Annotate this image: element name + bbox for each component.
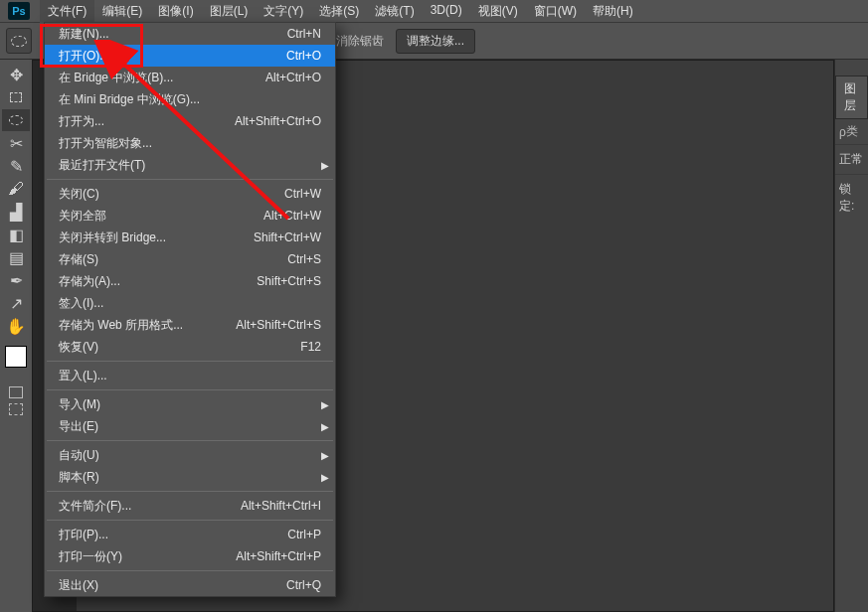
menu-item[interactable]: 打开(O)...Ctrl+O: [45, 45, 335, 67]
menu-item[interactable]: 打印一份(Y)Alt+Shift+Ctrl+P: [45, 545, 335, 567]
menu-文件[interactable]: 文件(F): [40, 0, 94, 23]
menu-item-label: 打印一份(Y): [59, 548, 122, 565]
submenu-arrow-icon: ▶: [321, 421, 329, 432]
menu-item[interactable]: 脚本(R)▶: [45, 466, 335, 488]
menu-文字[interactable]: 文字(Y): [256, 0, 311, 23]
menu-编辑[interactable]: 编辑(E): [94, 0, 150, 23]
menu-item[interactable]: 打印(P)...Ctrl+P: [45, 524, 335, 545]
menu-item-shortcut: Ctrl+N: [287, 27, 321, 41]
anti-alias-label: 消除锯齿: [336, 33, 384, 50]
menu-item[interactable]: 关闭全部Alt+Ctrl+W: [45, 205, 335, 227]
menu-separator: [47, 389, 333, 390]
menu-item[interactable]: 最近打开文件(T)▶: [45, 154, 335, 176]
menu-图像[interactable]: 图像(I): [150, 0, 201, 23]
menu-item-shortcut: Alt+Shift+Ctrl+S: [236, 318, 321, 332]
menu-item-shortcut: Ctrl+P: [287, 528, 321, 541]
menu-item-label: 存储为(A)...: [59, 273, 120, 290]
lock-row: 锁定:: [835, 174, 868, 221]
stamp-tool-icon[interactable]: ▟: [2, 201, 30, 223]
menu-item-label: 在 Mini Bridge 中浏览(G)...: [59, 91, 200, 108]
menu-item[interactable]: 退出(X)Ctrl+Q: [45, 574, 335, 596]
menu-separator: [47, 440, 333, 441]
move-tool-icon[interactable]: ✥: [2, 64, 30, 85]
menu-item[interactable]: 关闭并转到 Bridge...Shift+Ctrl+W: [45, 227, 335, 248]
menu-separator: [47, 570, 333, 571]
menu-item-label: 打开(O)...: [59, 48, 109, 65]
menu-separator: [47, 179, 333, 180]
menu-item[interactable]: 文件简介(F)...Alt+Shift+Ctrl+I: [45, 495, 335, 517]
menu-选择[interactable]: 选择(S): [311, 0, 367, 23]
menu-item-shortcut: Alt+Ctrl+O: [265, 71, 321, 84]
screenmode-icon[interactable]: [9, 403, 23, 415]
menu-item-label: 导出(E): [59, 418, 98, 435]
blend-mode[interactable]: 正常: [835, 144, 868, 174]
brush-tool-icon[interactable]: 🖌: [2, 178, 30, 200]
menu-item-label: 恢复(V): [59, 339, 98, 356]
menu-item-shortcut: Ctrl+W: [284, 187, 321, 201]
menu-item-label: 关闭全部: [59, 208, 106, 225]
menu-item-shortcut: Ctrl+Q: [286, 578, 321, 592]
menu-item[interactable]: 存储(S)Ctrl+S: [45, 248, 335, 270]
eraser-tool-icon[interactable]: ◧: [2, 224, 30, 245]
menu-item[interactable]: 存储为 Web 所用格式...Alt+Shift+Ctrl+S: [45, 314, 335, 336]
file-menu-dropdown: 新建(N)...Ctrl+N打开(O)...Ctrl+O在 Bridge 中浏览…: [44, 22, 336, 597]
submenu-arrow-icon: ▶: [321, 399, 329, 410]
menu-separator: [47, 520, 333, 521]
lasso-tool-icon[interactable]: [2, 109, 30, 131]
lock-label: 锁定:: [839, 181, 864, 215]
app-logo: Ps: [8, 2, 30, 20]
menu-item-label: 自动(U): [59, 447, 99, 464]
menu-item-shortcut: Shift+Ctrl+W: [254, 230, 321, 244]
menu-item-label: 打开为...: [59, 113, 104, 130]
menu-窗口[interactable]: 窗口(W): [526, 0, 585, 23]
pen-tool-icon[interactable]: ✒: [2, 269, 30, 291]
menu-item-label: 导入(M): [59, 396, 100, 413]
menu-item[interactable]: 打开为智能对象...: [45, 132, 335, 154]
menu-item-shortcut: Shift+Ctrl+S: [257, 274, 321, 288]
menu-item[interactable]: 存储为(A)...Shift+Ctrl+S: [45, 270, 335, 292]
eyedropper-tool-icon[interactable]: ✎: [2, 155, 30, 177]
menubar: Ps 文件(F)编辑(E)图像(I)图层(L)文字(Y)选择(S)滤镜(T)3D…: [0, 0, 868, 22]
menu-item-label: 脚本(R): [59, 469, 99, 486]
submenu-arrow-icon: ▶: [321, 450, 329, 461]
menu-item[interactable]: 自动(U)▶: [45, 444, 335, 466]
menu-item[interactable]: 在 Mini Bridge 中浏览(G)...: [45, 88, 335, 110]
menu-item[interactable]: 恢复(V)F12: [45, 336, 335, 358]
menu-item[interactable]: 关闭(C)Ctrl+W: [45, 183, 335, 205]
menu-图层[interactable]: 图层(L): [202, 0, 257, 23]
hand-tool-icon[interactable]: ✋: [2, 315, 30, 337]
toolbar: ✥ ✂ ✎ 🖌 ▟ ◧ ▤ ✒ ↗ ✋: [0, 60, 32, 415]
menu-item-label: 签入(I)...: [59, 295, 103, 312]
crop-tool-icon[interactable]: ✂: [2, 132, 30, 154]
path-tool-icon[interactable]: ↗: [2, 292, 30, 314]
menu-item-label: 新建(N)...: [59, 26, 109, 43]
menu-item-shortcut: F12: [300, 340, 321, 354]
menu-item-label: 打开为智能对象...: [59, 135, 152, 152]
menu-item-label: 打印(P)...: [59, 527, 108, 543]
menu-帮助[interactable]: 帮助(H): [585, 0, 641, 23]
menu-item-label: 置入(L)...: [59, 368, 107, 384]
menu-3d[interactable]: 3D(D): [423, 0, 470, 23]
layers-panel-tab[interactable]: 图层: [835, 76, 868, 119]
menu-item[interactable]: 签入(I)...: [45, 292, 335, 314]
menu-item-label: 退出(X): [59, 577, 98, 594]
menu-item[interactable]: 在 Bridge 中浏览(B)...Alt+Ctrl+O: [45, 67, 335, 88]
menu-item[interactable]: 打开为...Alt+Shift+Ctrl+O: [45, 110, 335, 132]
menu-item-shortcut: Alt+Shift+Ctrl+I: [241, 499, 321, 513]
quickmask-icon[interactable]: [9, 386, 23, 398]
menu-item-label: 关闭并转到 Bridge...: [59, 230, 166, 246]
menu-视图[interactable]: 视图(V): [470, 0, 526, 23]
menu-separator: [47, 491, 333, 492]
tool-preset-icon[interactable]: [6, 28, 32, 54]
menu-item[interactable]: 新建(N)...Ctrl+N: [45, 23, 335, 45]
marquee-tool-icon[interactable]: [2, 86, 30, 108]
layer-filter[interactable]: ρ 类: [835, 119, 868, 144]
refine-edge-button[interactable]: 调整边缘...: [396, 29, 475, 54]
color-swatch[interactable]: [5, 346, 27, 368]
menu-滤镜[interactable]: 滤镜(T): [367, 0, 422, 23]
menu-item[interactable]: 导入(M)▶: [45, 393, 335, 415]
menu-item[interactable]: 置入(L)...: [45, 365, 335, 386]
menu-item-label: 最近打开文件(T): [59, 157, 145, 174]
gradient-tool-icon[interactable]: ▤: [2, 246, 30, 268]
menu-item[interactable]: 导出(E)▶: [45, 415, 335, 437]
